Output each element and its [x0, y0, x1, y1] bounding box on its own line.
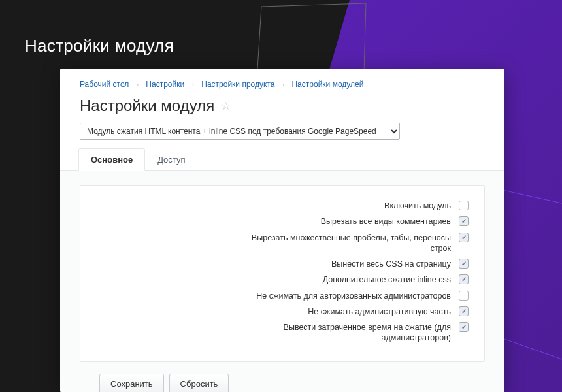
- page-title: Настройки модуля: [80, 97, 214, 115]
- module-select-row: Модуль сжатия HTML контента + inline CSS…: [60, 123, 504, 148]
- setting-row: Вынести весь CSS на страницу: [96, 258, 469, 269]
- setting-label: Вынести весь CSS на страницу: [248, 258, 451, 269]
- tab-content: Включить модуль Вырезать все виды коммен…: [60, 171, 504, 392]
- tabs: Основное Доступ: [60, 148, 504, 171]
- checkbox-inline-css[interactable]: [459, 259, 469, 269]
- chevron-right-icon: ›: [192, 81, 194, 88]
- setting-row: Включить модуль: [96, 200, 469, 211]
- checkbox-remove-comments[interactable]: [459, 216, 469, 226]
- setting-label: Вырезать множественные пробелы, табы, пе…: [248, 232, 451, 254]
- setting-label: Не сжимать для авторизованных администра…: [248, 290, 451, 301]
- setting-label: Включить модуль: [248, 200, 451, 211]
- checkbox-skip-admin-auth[interactable]: [459, 291, 469, 301]
- action-row: Сохранить Сбросить: [80, 362, 485, 393]
- breadcrumb-item[interactable]: Настройки: [146, 80, 184, 89]
- page-title-row: Настройки модуля ☆: [60, 95, 504, 123]
- setting-label: Вывести затраченное время на сжатие (для…: [248, 321, 451, 344]
- setting-label: Дополнительное сжатие inline css: [248, 274, 451, 285]
- tab-main[interactable]: Основное: [78, 148, 145, 171]
- setting-row: Вырезать все виды комментариев: [96, 216, 469, 227]
- setting-row: Вырезать множественные пробелы, табы, пе…: [96, 232, 469, 254]
- checkbox-compress-inline-css[interactable]: [459, 274, 469, 284]
- hero-title: Настройки модуля: [25, 36, 174, 56]
- checkbox-enable-module[interactable]: [459, 201, 469, 210]
- save-button[interactable]: Сохранить: [99, 374, 164, 393]
- setting-label: Вырезать все виды комментариев: [248, 216, 451, 227]
- setting-row: Не сжимать административную часть: [96, 306, 469, 317]
- module-select[interactable]: Модуль сжатия HTML контента + inline CSS…: [80, 123, 400, 140]
- star-icon[interactable]: ☆: [221, 99, 231, 113]
- setting-row: Вывести затраченное время на сжатие (для…: [96, 321, 469, 344]
- breadcrumb: Рабочий стол › Настройки › Настройки про…: [60, 69, 504, 95]
- tab-access[interactable]: Доступ: [145, 148, 197, 171]
- breadcrumb-item[interactable]: Настройки модулей: [291, 80, 363, 89]
- breadcrumb-item[interactable]: Настройки продукта: [201, 80, 274, 89]
- chevron-right-icon: ›: [282, 81, 284, 88]
- chevron-right-icon: ›: [137, 81, 139, 88]
- settings-panel: Рабочий стол › Настройки › Настройки про…: [60, 69, 504, 392]
- setting-row: Не сжимать для авторизованных администра…: [96, 290, 469, 301]
- breadcrumb-item[interactable]: Рабочий стол: [80, 80, 129, 89]
- setting-row: Дополнительное сжатие inline css: [96, 274, 469, 285]
- checkbox-remove-whitespace[interactable]: [459, 233, 469, 242]
- setting-label: Не сжимать административную часть: [248, 306, 451, 317]
- reset-button[interactable]: Сбросить: [169, 374, 229, 393]
- checkbox-show-time[interactable]: [459, 322, 469, 332]
- settings-form: Включить модуль Вырезать все виды коммен…: [80, 185, 485, 362]
- checkbox-skip-admin-section[interactable]: [459, 306, 469, 316]
